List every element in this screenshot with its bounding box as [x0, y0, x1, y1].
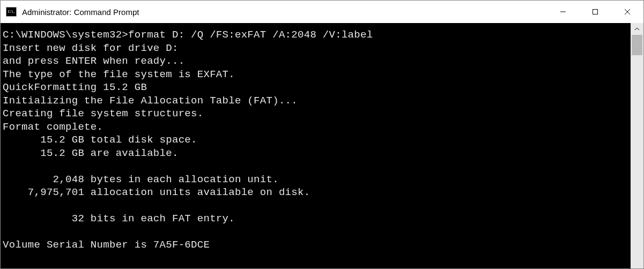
cmd-icon-text: C:\. — [8, 10, 15, 14]
close-button[interactable] — [611, 1, 643, 23]
window-title: Administrator: Command Prompt — [22, 8, 139, 17]
window-titlebar: C:\. Administrator: Command Prompt — [1, 1, 643, 23]
close-icon — [624, 9, 631, 15]
scrollbar-track[interactable] — [631, 23, 643, 268]
minimize-icon — [560, 9, 566, 15]
window-controls — [547, 1, 643, 23]
cmd-app-icon: C:\. — [6, 7, 17, 17]
svg-rect-1 — [593, 10, 598, 14]
scroll-up-button[interactable] — [631, 23, 643, 35]
scrollbar-thumb[interactable] — [632, 35, 642, 55]
titlebar-left: C:\. Administrator: Command Prompt — [6, 7, 139, 17]
maximize-icon — [592, 9, 598, 15]
maximize-button[interactable] — [579, 1, 611, 23]
terminal-output[interactable]: C:\WINDOWS\system32>format D: /Q /FS:exF… — [1, 23, 631, 268]
minimize-button[interactable] — [547, 1, 579, 23]
terminal-container: C:\WINDOWS\system32>format D: /Q /FS:exF… — [1, 23, 643, 268]
chevron-up-icon — [634, 26, 640, 32]
